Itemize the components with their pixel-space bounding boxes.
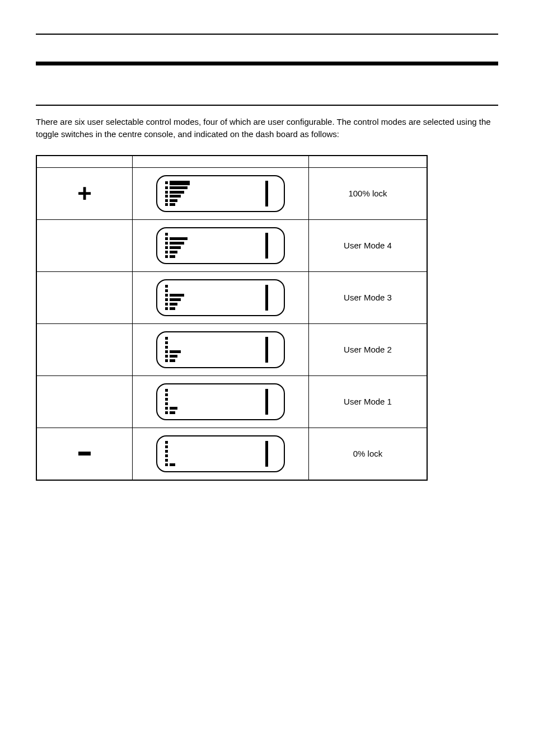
dash-cell xyxy=(133,167,309,219)
dash-cell xyxy=(133,271,309,323)
dash-indicator xyxy=(156,383,285,420)
indicator-stack xyxy=(165,337,181,363)
table-row: User Mode 2 xyxy=(36,323,427,375)
plus-icon: + xyxy=(77,180,92,207)
indicator-stack xyxy=(165,285,184,311)
dash-cell xyxy=(133,323,309,375)
table-row: User Mode 1 xyxy=(36,375,427,428)
intro-part2: toggle switches in the centre console, a… xyxy=(36,129,339,139)
table-row: User Mode 4 xyxy=(36,219,427,271)
switch-cell xyxy=(36,219,133,271)
indicator-right-bar xyxy=(265,285,268,311)
indicator-right-bar xyxy=(265,389,268,415)
indicator-stack xyxy=(165,441,175,467)
mode-cell: User Mode 4 xyxy=(309,219,428,271)
mode-cell: User Mode 3 xyxy=(309,271,428,323)
minus-icon xyxy=(78,452,91,456)
indicator-right-bar xyxy=(265,441,268,467)
indicator-right-bar xyxy=(265,337,268,363)
intro-part1: There are six user selectable control mo… xyxy=(36,117,491,126)
dash-cell xyxy=(133,375,309,428)
dash-indicator xyxy=(156,279,285,316)
switch-cell: + xyxy=(36,167,133,219)
header-switch xyxy=(36,156,133,168)
switch-cell xyxy=(36,375,133,428)
indicator-right-bar xyxy=(265,233,268,259)
dash-indicator xyxy=(156,175,285,212)
dash-indicator xyxy=(156,227,285,264)
table-row: 0% lock xyxy=(36,428,427,480)
dash-indicator xyxy=(156,435,285,472)
mode-cell: User Mode 2 xyxy=(309,323,428,375)
indicator-stack xyxy=(165,181,190,206)
switch-cell xyxy=(36,323,133,375)
header-dash xyxy=(133,156,309,168)
mode-cell: User Mode 1 xyxy=(309,375,428,428)
indicator-right-bar xyxy=(265,181,268,206)
indicator-stack xyxy=(165,389,177,415)
dash-cell xyxy=(133,428,309,480)
indicator-stack xyxy=(165,233,188,259)
table-row: User Mode 3 xyxy=(36,271,427,323)
mode-cell: 100% lock xyxy=(309,167,428,219)
mode-cell: 0% lock xyxy=(309,428,428,480)
switch-cell xyxy=(36,271,133,323)
modes-table: +100% lockUser Mode 4User Mode 3User Mod… xyxy=(36,155,428,481)
dash-indicator xyxy=(156,331,285,368)
switch-cell xyxy=(36,428,133,480)
table-row: +100% lock xyxy=(36,167,427,219)
header-mode xyxy=(309,156,428,168)
intro-text: There are six user selectable control mo… xyxy=(36,116,498,140)
dash-cell xyxy=(133,219,309,271)
